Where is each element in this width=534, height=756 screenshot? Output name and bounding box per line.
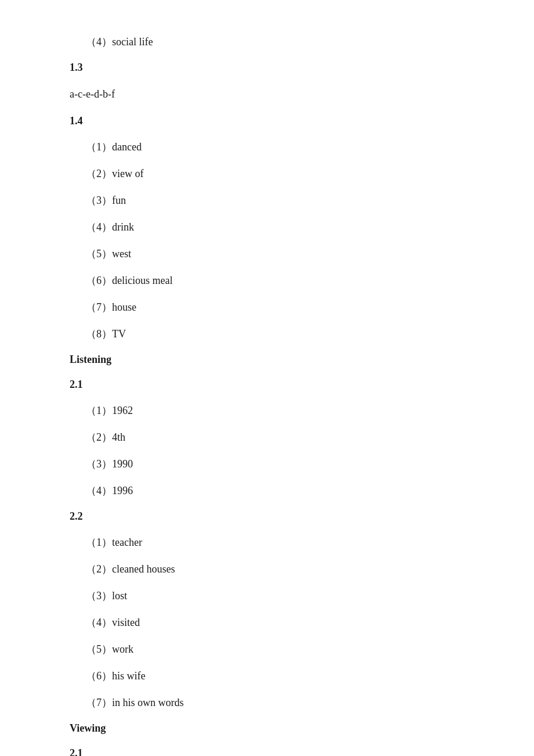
content-item-9: （6）delicious meal [70, 273, 464, 287]
content-item-2: a-c-e-d-b-f [70, 87, 464, 102]
content-item-15: （2）4th [70, 430, 464, 444]
content-item-1: 1.3 [70, 62, 464, 74]
content-item-5: （2）view of [70, 167, 464, 181]
content-item-10: （7）house [70, 300, 464, 314]
content-item-27: Viewing [70, 722, 464, 735]
content-item-22: （4）visited [70, 615, 464, 629]
content-item-0: （4）social life [70, 35, 464, 49]
content-item-21: （3）lost [70, 589, 464, 603]
content-item-4: （1）danced [70, 140, 464, 154]
content-item-20: （2）cleaned houses [70, 562, 464, 576]
content-item-7: （4）drink [70, 220, 464, 234]
content-item-23: （5）work [70, 642, 464, 656]
content-item-11: （8）TV [70, 327, 464, 341]
content-item-3: 1.4 [70, 115, 464, 127]
content-item-24: （6）his wife [70, 669, 464, 683]
content-item-17: （4）1996 [70, 484, 464, 498]
content-item-19: （1）teacher [70, 535, 464, 549]
content-item-8: （5）west [70, 247, 464, 261]
content-item-18: 2.2 [70, 510, 464, 523]
page-content: （4）social life1.3a-c-e-d-b-f1.4（1）danced… [0, 0, 534, 756]
content-item-13: 2.1 [70, 379, 464, 391]
content-item-16: （3）1990 [70, 457, 464, 471]
content-item-14: （1）1962 [70, 404, 464, 417]
content-item-28: 2.1 [70, 747, 464, 756]
content-item-6: （3）fun [70, 193, 464, 207]
content-item-25: （7）in his own words [70, 696, 464, 710]
content-item-12: Listening [70, 354, 464, 366]
